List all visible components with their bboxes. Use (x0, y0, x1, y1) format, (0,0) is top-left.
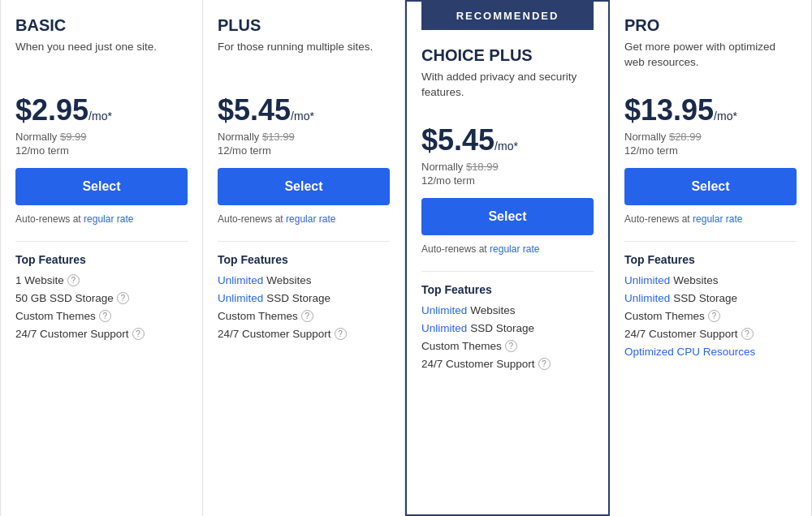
auto-renew-basic: Auto-renews at regular rate (15, 213, 188, 225)
price-term-pro: 12/mo term (624, 144, 797, 157)
unlimited-label-pro-1[interactable]: Unlimited (624, 292, 670, 304)
unlimited-label-plus-1[interactable]: Unlimited (218, 292, 263, 304)
regular-rate-link-plus[interactable]: regular rate (286, 213, 335, 225)
info-icon-basic-1[interactable]: ? (117, 292, 129, 304)
price-dollar-pro: $13.95 (624, 93, 714, 127)
divider-basic (15, 241, 188, 242)
price-dollar-plus: $5.45 (218, 93, 291, 127)
top-features-label-choice-plus: Top Features (421, 283, 594, 296)
price-main-plus: $5.45/mo* (218, 93, 390, 127)
plan-name-pro: PRO (624, 16, 797, 35)
feature-item-pro-4: Optimized CPU Resources (624, 346, 797, 358)
price-normal-choice-plus: Normally $18.99 (421, 161, 594, 173)
feature-text-choice-plus-0: Websites (470, 304, 515, 316)
select-button-choice-plus[interactable]: Select (421, 198, 594, 235)
info-icon-choice-plus-2[interactable]: ? (505, 340, 517, 352)
plan-desc-basic: When you need just one site. (15, 40, 188, 79)
feature-item-choice-plus-1: Unlimited SSD Storage (421, 322, 594, 334)
price-normal-basic: Normally $9.99 (15, 131, 188, 143)
price-main-basic: $2.95/mo* (15, 93, 188, 127)
price-term-choice-plus: 12/mo term (421, 174, 594, 187)
price-dollar-choice-plus: $5.45 (421, 123, 495, 157)
select-button-pro[interactable]: Select (624, 168, 797, 205)
top-features-label-plus: Top Features (218, 253, 390, 266)
price-dollar-basic: $2.95 (15, 93, 89, 127)
feature-item-basic-0: 1 Website? (15, 274, 188, 286)
feature-item-plus-2: Custom Themes? (218, 310, 390, 322)
regular-rate-link-basic[interactable]: regular rate (84, 213, 133, 225)
feature-text-plus-0: Websites (266, 274, 311, 286)
unlimited-label-choice-plus-1[interactable]: Unlimited (421, 322, 467, 334)
plan-desc-plus: For those running multiple sites. (218, 40, 390, 79)
feature-item-choice-plus-3: 24/7 Customer Support? (421, 358, 594, 370)
info-icon-basic-2[interactable]: ? (99, 310, 111, 322)
feature-text-plus-3: 24/7 Customer Support (218, 328, 331, 340)
feature-text-basic-3: 24/7 Customer Support (15, 328, 129, 340)
plan-name-basic: BASIC (15, 16, 188, 35)
recommended-badge: RECOMMENDED (421, 2, 594, 30)
plan-name-plus: PLUS (218, 16, 390, 35)
price-normal-pro: Normally $28.99 (624, 131, 797, 143)
price-main-pro: $13.95/mo* (624, 93, 797, 127)
price-suffix-basic: /mo* (89, 110, 112, 123)
top-features-label-pro: Top Features (624, 253, 797, 266)
feature-text-pro-2: Custom Themes (624, 310, 705, 322)
auto-renew-pro: Auto-renews at regular rate (624, 213, 797, 225)
price-normal-plus: Normally $13.99 (218, 131, 390, 143)
price-term-basic: 12/mo term (15, 144, 188, 157)
feature-item-basic-2: Custom Themes? (15, 310, 188, 322)
feature-item-plus-1: Unlimited SSD Storage (218, 292, 390, 304)
feature-text-choice-plus-1: SSD Storage (470, 322, 534, 334)
feature-text-basic-0: 1 Website (15, 274, 64, 286)
feature-text-basic-1: 50 GB SSD Storage (15, 292, 114, 304)
feature-item-pro-1: Unlimited SSD Storage (624, 292, 797, 304)
price-term-plus: 12/mo term (218, 144, 390, 157)
top-features-label-basic: Top Features (15, 253, 188, 266)
price-main-choice-plus: $5.45/mo* (421, 123, 594, 157)
feature-link-pro-4[interactable]: Optimized CPU Resources (624, 346, 755, 358)
info-icon-pro-3[interactable]: ? (741, 328, 754, 340)
plan-desc-pro: Get more power with optimized web resour… (624, 40, 797, 79)
feature-text-choice-plus-3: 24/7 Customer Support (421, 358, 535, 370)
unlimited-label-choice-plus-0[interactable]: Unlimited (421, 304, 467, 316)
select-button-plus[interactable]: Select (218, 168, 390, 205)
divider-pro (624, 241, 797, 242)
feature-item-choice-plus-0: Unlimited Websites (421, 304, 594, 316)
plan-desc-choice-plus: With added privacy and security features… (421, 70, 594, 109)
feature-item-basic-1: 50 GB SSD Storage? (15, 292, 188, 304)
price-suffix-pro: /mo* (714, 110, 737, 123)
divider-plus (218, 241, 390, 242)
auto-renew-choice-plus: Auto-renews at regular rate (421, 243, 594, 255)
feature-text-plus-2: Custom Themes (218, 310, 298, 322)
select-button-basic[interactable]: Select (15, 168, 188, 205)
pricing-container: BASICWhen you need just one site. $2.95/… (0, 0, 812, 516)
info-icon-choice-plus-3[interactable]: ? (538, 358, 551, 370)
plan-col-basic: BASICWhen you need just one site. $2.95/… (0, 0, 203, 516)
info-icon-plus-3[interactable]: ? (335, 328, 347, 340)
auto-renew-plus: Auto-renews at regular rate (218, 213, 390, 225)
plan-col-choice-plus: RECOMMENDEDCHOICE PLUSWith added privacy… (405, 0, 610, 516)
info-icon-plus-2[interactable]: ? (301, 310, 313, 322)
feature-item-pro-3: 24/7 Customer Support? (624, 328, 797, 340)
plan-col-plus: PLUSFor those running multiple sites. $5… (203, 0, 405, 516)
info-icon-basic-3[interactable]: ? (132, 328, 145, 340)
unlimited-label-plus-0[interactable]: Unlimited (218, 274, 263, 286)
price-suffix-choice-plus: /mo* (495, 140, 518, 153)
plan-name-choice-plus: CHOICE PLUS (421, 46, 594, 65)
feature-item-plus-0: Unlimited Websites (218, 274, 390, 286)
feature-item-pro-0: Unlimited Websites (624, 274, 797, 286)
info-icon-pro-2[interactable]: ? (708, 310, 720, 322)
regular-rate-link-choice-plus[interactable]: regular rate (490, 243, 539, 255)
feature-text-basic-2: Custom Themes (15, 310, 96, 322)
feature-text-choice-plus-2: Custom Themes (421, 340, 502, 352)
feature-text-pro-3: 24/7 Customer Support (624, 328, 738, 340)
plan-col-pro: PROGet more power with optimized web res… (610, 0, 812, 516)
feature-item-basic-3: 24/7 Customer Support? (15, 328, 188, 340)
feature-item-choice-plus-2: Custom Themes? (421, 340, 594, 352)
feature-text-pro-0: Websites (673, 274, 718, 286)
info-icon-basic-0[interactable]: ? (67, 274, 80, 286)
price-suffix-plus: /mo* (291, 110, 314, 123)
unlimited-label-pro-0[interactable]: Unlimited (624, 274, 670, 286)
divider-choice-plus (421, 271, 594, 272)
regular-rate-link-pro[interactable]: regular rate (693, 213, 742, 225)
